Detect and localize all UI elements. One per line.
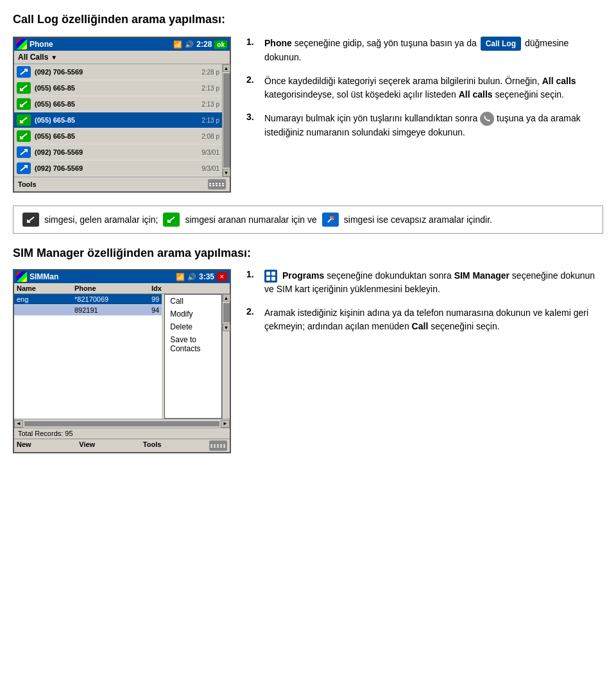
- icon-row-section: simgesi, gelen aramalar için; simgesi ar…: [13, 205, 603, 234]
- sim-row-1[interactable]: eng *82170069 99: [14, 294, 162, 305]
- incoming-call-icon-5: [17, 130, 31, 142]
- all-calls-bar[interactable]: All Calls ▼: [14, 51, 230, 64]
- sim-column-header: Name Phone Idx: [14, 283, 230, 294]
- sim-time: 3:35: [199, 272, 214, 281]
- instructions-column-1: 1. Phone seçeneğine gidip, sağ yön tuşun…: [246, 37, 603, 193]
- sim-row-2[interactable]: 892191 94: [14, 305, 162, 316]
- outgoing-call-icon-6: [17, 146, 31, 158]
- svg-rect-2: [266, 272, 270, 275]
- sim-section: SIMMan 📶 🔊 3:35 ✕ Name Phone Idx eng *82…: [13, 269, 603, 453]
- svg-rect-5: [271, 277, 275, 281]
- incoming-call-icon-2: [17, 82, 31, 94]
- speaker-icon: 🔊: [185, 40, 194, 49]
- simmanager-bold: SIM Manager: [454, 270, 509, 281]
- instruction-text-3: Numarayı bulmak için yön tuşlarını kulla…: [264, 112, 603, 139]
- context-item-save[interactable]: Save to Contacts: [165, 333, 221, 355]
- phone-bold-1: Phone: [264, 38, 292, 48]
- scroll-down-button[interactable]: ▼: [223, 169, 230, 177]
- sim-scroll-down[interactable]: ▼: [223, 324, 230, 331]
- keyboard-icon[interactable]: [208, 179, 226, 189]
- sim-instruction-num-2: 2.: [246, 306, 257, 317]
- all-calls-label: All Calls: [18, 53, 48, 62]
- phone-number-6: (092) 706-5569: [35, 148, 199, 156]
- scroll-up-button[interactable]: ▲: [223, 64, 230, 72]
- context-item-call[interactable]: Call: [165, 295, 221, 308]
- icon-label-missed: simgesi ise cevapsız aramalar içindir.: [344, 214, 492, 225]
- programs-bold: Programs: [282, 270, 324, 281]
- missed-call-icon-sample: [22, 213, 39, 227]
- programs-icon-inline: [264, 270, 277, 283]
- sim-phone-1: *82170069: [74, 295, 151, 303]
- svg-rect-3: [271, 272, 275, 275]
- phone-number-1: (092) 706-5569: [35, 68, 199, 76]
- sim-content-area: eng *82170069 99 892191 94 Call Modify D…: [14, 294, 230, 419]
- missed-call-icon-sample-2: !: [322, 213, 339, 227]
- sim-instruction-text-2: Aramak istediğiniz kişinin adına ya da t…: [264, 306, 603, 333]
- sim-titlebar-left: SIMMan: [17, 272, 58, 282]
- sim-instruction-num-1: 1.: [246, 269, 257, 279]
- scrollbar-1[interactable]: ▲ ▼: [222, 64, 230, 177]
- sim-titlebar: SIMMan 📶 🔊 3:35 ✕: [14, 270, 230, 283]
- signal-icon: 📶: [173, 40, 182, 49]
- call-row-4[interactable]: (055) 665-85 2:13 p: [14, 112, 222, 128]
- sim-title: SIMMan: [30, 272, 58, 281]
- instruction-num-3: 3.: [246, 112, 257, 122]
- call-time-7: 9/3/01: [201, 165, 219, 172]
- svg-rect-4: [266, 277, 270, 281]
- incoming-call-icon-3: [17, 98, 31, 110]
- tools-label[interactable]: Tools: [18, 180, 37, 188]
- call-row-6[interactable]: (092) 706-5569 9/3/01: [14, 144, 222, 161]
- call-row-5[interactable]: (055) 665-85 2:08 p: [14, 128, 222, 144]
- phone-simulator-1: Phone 📶 🔊 2:28 ok All Calls ▼ (092) 706-…: [13, 37, 231, 193]
- sim-nav-new[interactable]: New: [17, 440, 31, 451]
- allcalls-bold-2: All calls: [459, 89, 493, 100]
- sim-scroll-up[interactable]: ▲: [223, 294, 230, 302]
- phone-number-3: (055) 665-85: [35, 100, 199, 108]
- calllog-button[interactable]: Call Log: [481, 37, 521, 51]
- context-item-delete[interactable]: Delete: [165, 320, 221, 333]
- call-time-2: 2:13 p: [201, 85, 219, 92]
- sim-phone-2: 892191: [74, 306, 151, 314]
- sim-nav-view[interactable]: View: [79, 440, 95, 451]
- call-row-2[interactable]: (055) 665-85 2:13 p: [14, 80, 222, 96]
- call-row-1[interactable]: (092) 706-5569 2:28 p: [14, 64, 222, 80]
- top-section: Phone 📶 🔊 2:28 ok All Calls ▼ (092) 706-…: [13, 37, 603, 193]
- hscroll-right[interactable]: ►: [221, 420, 230, 428]
- scroll-thumb: [223, 73, 230, 168]
- sim-idx-1: 99: [151, 295, 159, 303]
- instruction-num-1: 1.: [246, 37, 257, 47]
- sim-hscrollbar[interactable]: ◄ ►: [14, 419, 230, 428]
- phone-call-icon-inline: [480, 112, 494, 126]
- call-time-1: 2:28 p: [201, 69, 219, 76]
- sim-empty-area: [14, 316, 162, 419]
- sim-name-1: eng: [17, 295, 74, 303]
- call-row-7[interactable]: (092) 706-5569 9/3/01: [14, 161, 222, 177]
- sim-keyboard-icon[interactable]: [209, 440, 227, 451]
- sim-nav-bar: New View Tools: [14, 439, 230, 452]
- windows-logo-icon: [17, 39, 27, 49]
- icon-label-incoming: simgesi, gelen aramalar için;: [44, 214, 158, 225]
- sim-close-button[interactable]: ✕: [217, 272, 227, 281]
- ok-badge[interactable]: ok: [214, 40, 227, 49]
- incoming-call-icon-sample: [163, 213, 180, 227]
- sim-instructions-column: 1. Programs seçeneğine dokunduktan sonra…: [246, 269, 603, 453]
- col-header-phone: Phone: [74, 284, 151, 292]
- sim-list: eng *82170069 99 892191 94: [14, 294, 162, 419]
- call-list-area: (092) 706-5569 2:28 p (055) 665-85 2:13 …: [14, 64, 230, 177]
- titlebar-left: Phone: [17, 39, 53, 49]
- sim-nav-tools[interactable]: Tools: [143, 440, 162, 451]
- context-menu: Call Modify Delete Save to Contacts: [164, 294, 222, 419]
- context-item-modify[interactable]: Modify: [165, 308, 221, 320]
- kb-dots: [209, 183, 225, 186]
- sim-instruction-2: 2. Aramak istediğiniz kişinin adına ya d…: [246, 306, 603, 333]
- call-time-6: 9/3/01: [201, 149, 219, 156]
- instruction-3: 3. Numarayı bulmak için yön tuşlarını ku…: [246, 112, 603, 139]
- hscroll-left[interactable]: ◄: [14, 420, 23, 428]
- outgoing-call-icon: [17, 66, 31, 78]
- instruction-2: 2. Önce kaydedildiği kategoriyi seçerek …: [246, 74, 603, 101]
- section2-title: SIM Manager özelliğinden arama yapılması…: [13, 247, 603, 260]
- hscroll-thumb: [24, 421, 219, 426]
- sim-scrollbar[interactable]: ▲ ▼: [222, 294, 230, 419]
- call-row-3[interactable]: (055) 665-85 2:13 p: [14, 96, 222, 112]
- phone-tools-bar: Tools: [14, 177, 230, 191]
